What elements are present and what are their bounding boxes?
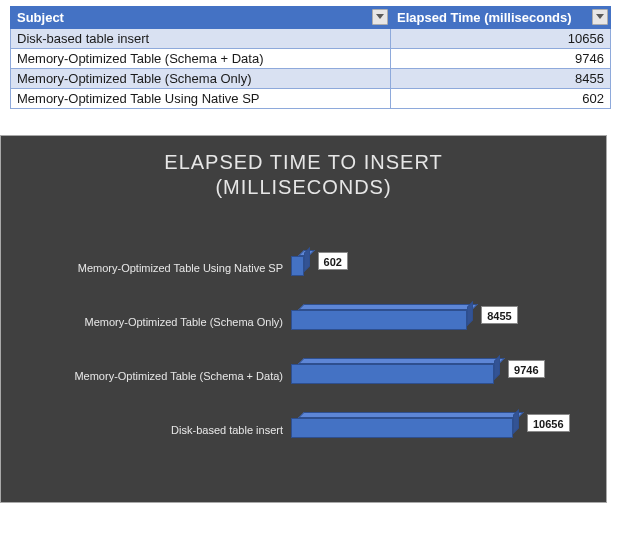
data-table-container: Subject Elapsed Time (milliseconds) Disk… [0, 0, 624, 109]
cell-subject: Memory-Optimized Table (Schema Only) [11, 69, 391, 89]
data-label: 10656 [527, 414, 570, 432]
axis-category-label: Disk-based table insert [1, 424, 291, 436]
chart-frame: ELAPSED TIME TO INSERT (MILLISECONDS) Me… [0, 135, 607, 503]
cell-subject: Memory-Optimized Table Using Native SP [11, 89, 391, 109]
cell-value: 9746 [391, 49, 611, 69]
chart-title-line2: (MILLISECONDS) [215, 176, 391, 198]
bar[interactable] [291, 364, 494, 384]
data-label: 8455 [481, 306, 517, 324]
cell-subject: Memory-Optimized Table (Schema + Data) [11, 49, 391, 69]
bar-track: 8455 [291, 298, 596, 346]
bar[interactable] [291, 418, 513, 438]
chart-title-line1: ELAPSED TIME TO INSERT [164, 151, 442, 173]
bar[interactable] [291, 256, 304, 276]
bar-track: 602 [291, 244, 596, 292]
data-table: Subject Elapsed Time (milliseconds) Disk… [10, 6, 611, 109]
cell-value: 10656 [391, 29, 611, 49]
table-row[interactable]: Memory-Optimized Table (Schema + Data)97… [11, 49, 611, 69]
bar-track: 10656 [291, 406, 596, 454]
chart-row: Memory-Optimized Table (Schema Only)8455 [1, 298, 596, 346]
axis-category-label: Memory-Optimized Table (Schema + Data) [1, 370, 291, 382]
table-row[interactable]: Memory-Optimized Table (Schema Only)8455 [11, 69, 611, 89]
bar[interactable] [291, 310, 467, 330]
column-header-subject-label: Subject [17, 10, 64, 25]
chevron-down-icon [376, 14, 384, 20]
chart-row: Memory-Optimized Table Using Native SP60… [1, 244, 596, 292]
chart-row: Disk-based table insert10656 [1, 406, 596, 454]
axis-category-label: Memory-Optimized Table (Schema Only) [1, 316, 291, 328]
plot-area: Memory-Optimized Table Using Native SP60… [1, 232, 596, 474]
bar-track: 9746 [291, 352, 596, 400]
cell-value: 8455 [391, 69, 611, 89]
cell-subject: Disk-based table insert [11, 29, 391, 49]
filter-dropdown-value[interactable] [592, 9, 608, 25]
cell-value: 602 [391, 89, 611, 109]
table-row[interactable]: Memory-Optimized Table Using Native SP60… [11, 89, 611, 109]
filter-dropdown-subject[interactable] [372, 9, 388, 25]
column-header-value[interactable]: Elapsed Time (milliseconds) [391, 7, 611, 29]
table-row[interactable]: Disk-based table insert10656 [11, 29, 611, 49]
chevron-down-icon [596, 14, 604, 20]
chart-row: Memory-Optimized Table (Schema + Data)97… [1, 352, 596, 400]
data-label: 9746 [508, 360, 544, 378]
column-header-value-label: Elapsed Time (milliseconds) [397, 10, 572, 25]
chart-title: ELAPSED TIME TO INSERT (MILLISECONDS) [1, 136, 606, 200]
axis-category-label: Memory-Optimized Table Using Native SP [1, 262, 291, 274]
data-label: 602 [318, 252, 348, 270]
column-header-subject[interactable]: Subject [11, 7, 391, 29]
